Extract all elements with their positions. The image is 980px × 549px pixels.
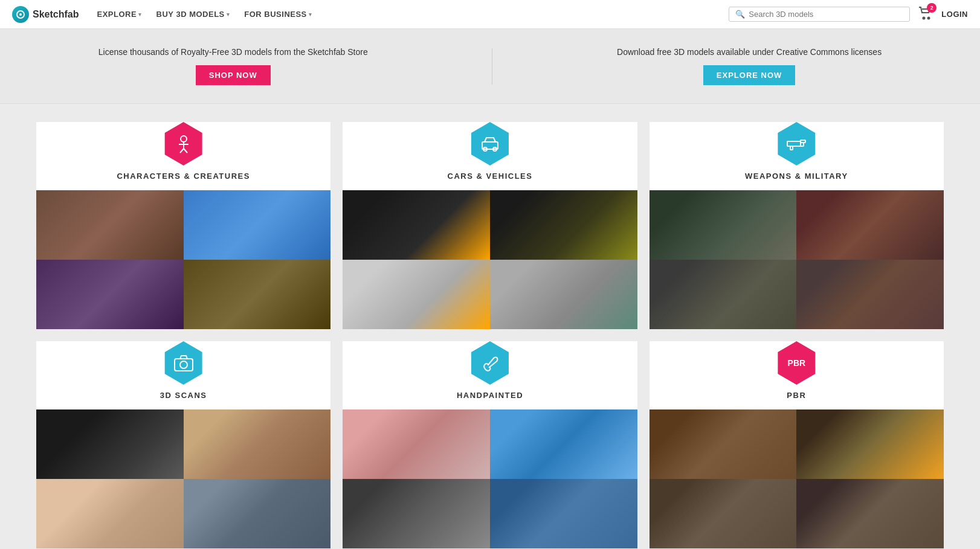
nav-explore[interactable]: EXPLORE ▾ <box>91 6 147 22</box>
characters-title: CHARACTERS & CREATURES <box>117 172 250 181</box>
characters-hex-icon <box>162 122 205 165</box>
category-card-scans[interactable]: 3D SCANS <box>36 341 330 548</box>
handpainted-img-4 <box>490 479 637 548</box>
svg-point-4 <box>181 136 187 142</box>
svg-point-1 <box>19 13 22 16</box>
pbr-icon: PBR <box>775 341 818 385</box>
pbr-img-2 <box>796 409 944 479</box>
banner-right: Download free 3D models available under … <box>617 47 882 85</box>
cars-images <box>343 190 637 329</box>
pbr-images <box>650 409 944 548</box>
navbar: Sketchfab EXPLORE ▾ BUY 3D MODELS ▾ FOR … <box>0 0 980 29</box>
banner-right-text: Download free 3D models available under … <box>617 47 882 57</box>
svg-rect-15 <box>801 143 804 146</box>
scans-img-4 <box>184 479 331 548</box>
characters-images <box>36 190 330 329</box>
weapons-images <box>650 190 944 329</box>
svg-rect-14 <box>790 146 793 150</box>
category-header-characters: CHARACTERS & CREATURES <box>36 122 330 190</box>
svg-point-2 <box>923 17 925 19</box>
weapons-hex-icon <box>775 122 818 165</box>
svg-line-7 <box>180 149 184 153</box>
characters-img-3 <box>36 260 184 329</box>
scans-images <box>36 409 330 548</box>
logo-icon <box>12 6 29 23</box>
banner-left: License thousands of Royalty-Free 3D mod… <box>98 47 368 85</box>
category-header-pbr: PBR PBR <box>650 341 944 409</box>
cart-badge: 2 <box>927 3 936 13</box>
category-header-handpainted: HANDPAINTED <box>343 341 637 409</box>
search-bar: 🔍 <box>729 7 910 22</box>
scans-title: 3D SCANS <box>160 391 207 400</box>
business-caret-icon: ▾ <box>309 11 312 18</box>
logo-text: Sketchfab <box>33 9 79 20</box>
login-button[interactable]: LOGIN <box>941 10 968 19</box>
camera-icon <box>162 341 205 385</box>
characters-img-4 <box>184 260 331 329</box>
category-card-weapons[interactable]: WEAPONS & MILITARY <box>650 122 944 329</box>
category-card-pbr[interactable]: PBR PBR <box>650 341 944 548</box>
cars-img-1 <box>343 190 490 260</box>
category-grid: CHARACTERS & CREATURES <box>36 122 944 549</box>
search-input[interactable] <box>749 10 903 19</box>
cars-img-3 <box>343 260 490 329</box>
car-icon <box>468 122 512 165</box>
characters-img-2 <box>184 190 331 260</box>
category-card-characters[interactable]: CHARACTERS & CREATURES <box>36 122 330 329</box>
nav-buy[interactable]: BUY 3D MODELS ▾ <box>150 6 236 22</box>
scans-img-3 <box>36 479 184 548</box>
category-header-cars: CARS & VEHICLES <box>343 122 637 190</box>
main-content: CHARACTERS & CREATURES <box>0 104 980 549</box>
nav-business[interactable]: FOR BUSINESS ▾ <box>238 6 318 22</box>
pbr-title: PBR <box>787 391 806 400</box>
handpainted-img-1 <box>343 409 490 479</box>
buy-caret-icon: ▾ <box>227 11 230 18</box>
character-icon <box>162 122 205 165</box>
svg-point-3 <box>928 17 930 19</box>
cars-img-2 <box>490 190 637 260</box>
banner: License thousands of Royalty-Free 3D mod… <box>0 29 980 104</box>
cars-title: CARS & VEHICLES <box>448 172 533 181</box>
weapons-img-1 <box>650 190 797 260</box>
pbr-img-1 <box>650 409 797 479</box>
banner-divider <box>492 48 492 85</box>
category-header-weapons: WEAPONS & MILITARY <box>650 122 944 190</box>
scans-hex-icon <box>162 341 205 385</box>
search-icon: 🔍 <box>735 10 745 19</box>
weapons-img-3 <box>650 260 797 329</box>
explore-now-button[interactable]: EXPLORE NOW <box>703 65 796 85</box>
weapons-title: WEAPONS & MILITARY <box>745 172 848 181</box>
banner-left-text: License thousands of Royalty-Free 3D mod… <box>98 47 368 57</box>
nav-right: 2 LOGIN <box>918 7 968 22</box>
pbr-img-3 <box>650 479 797 548</box>
category-card-cars[interactable]: CARS & VEHICLES <box>343 122 637 329</box>
scans-img-2 <box>184 409 331 479</box>
scans-img-1 <box>36 409 184 479</box>
characters-img-1 <box>36 190 184 260</box>
weapons-img-2 <box>796 190 944 260</box>
shop-now-button[interactable]: SHOP NOW <box>196 65 271 85</box>
handpainted-img-3 <box>343 479 490 548</box>
explore-caret-icon: ▾ <box>138 11 142 18</box>
svg-rect-12 <box>787 141 801 146</box>
paint-icon <box>468 341 512 385</box>
category-header-scans: 3D SCANS <box>36 341 330 409</box>
handpainted-img-2 <box>490 409 637 479</box>
cars-img-4 <box>490 260 637 329</box>
pbr-img-4 <box>796 479 944 548</box>
weapons-icon <box>775 122 818 165</box>
svg-line-8 <box>184 149 187 153</box>
cars-hex-icon <box>468 122 512 165</box>
handpainted-hex-icon <box>468 341 512 385</box>
nav-links: EXPLORE ▾ BUY 3D MODELS ▾ FOR BUSINESS ▾ <box>91 6 318 22</box>
logo[interactable]: Sketchfab <box>12 6 79 23</box>
cart-button[interactable]: 2 <box>918 7 932 22</box>
pbr-hex-icon: PBR <box>775 341 818 385</box>
handpainted-images <box>343 409 637 548</box>
weapons-img-4 <box>796 260 944 329</box>
svg-point-17 <box>180 361 187 368</box>
handpainted-title: HANDPAINTED <box>457 391 523 400</box>
category-card-handpainted[interactable]: HANDPAINTED <box>343 341 637 548</box>
